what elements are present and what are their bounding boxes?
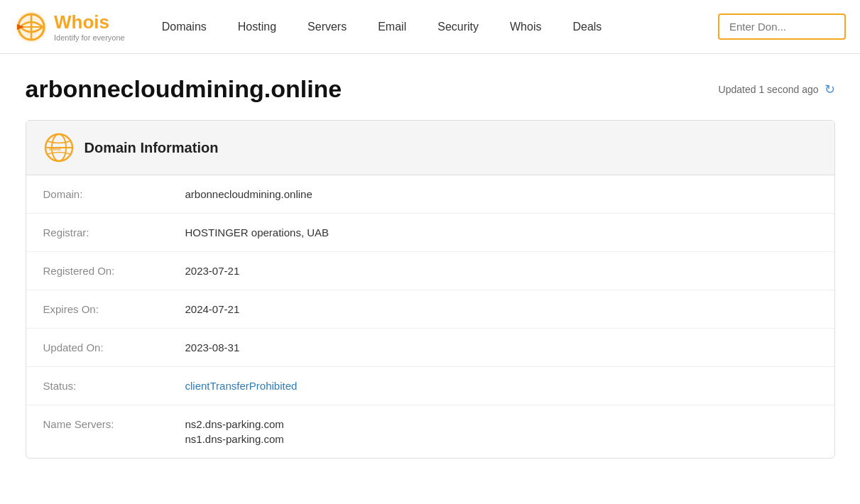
label-status: Status: bbox=[43, 380, 185, 392]
domain-info-card: www Domain Information Domain: arbonnecl… bbox=[26, 120, 835, 459]
label-registered-on: Registered On: bbox=[43, 265, 185, 277]
label-registrar: Registrar: bbox=[43, 226, 185, 239]
value-nameservers: ns2.dns-parking.com ns1.dns-parking.com bbox=[185, 418, 817, 445]
label-updated-on: Updated On: bbox=[43, 341, 185, 354]
nav-item-hosting[interactable]: Hosting bbox=[222, 0, 292, 54]
value-status[interactable]: clientTransferProhibited bbox=[185, 380, 817, 392]
main-nav: Domains Hosting Servers Email Security W… bbox=[146, 0, 718, 54]
header: Whois Identify for everyone Domains Host… bbox=[0, 0, 860, 54]
value-domain: arbonnecloudmining.online bbox=[185, 188, 817, 200]
www-icon: www bbox=[43, 132, 75, 163]
info-row-registrar: Registrar: HOSTINGER operations, UAB bbox=[26, 214, 834, 252]
info-row-domain: Domain: arbonnecloudmining.online bbox=[26, 175, 834, 214]
logo[interactable]: Whois Identify for everyone bbox=[14, 10, 125, 44]
card-title: Domain Information bbox=[85, 140, 219, 156]
value-registered-on: 2023-07-21 bbox=[185, 265, 817, 277]
nav-item-servers[interactable]: Servers bbox=[292, 0, 362, 54]
value-updated-on: 2023-08-31 bbox=[185, 341, 817, 354]
nav-item-security[interactable]: Security bbox=[422, 0, 494, 54]
info-row-nameservers: Name Servers: ns2.dns-parking.com ns1.dn… bbox=[26, 405, 834, 458]
nav-item-domains[interactable]: Domains bbox=[146, 0, 222, 54]
info-row-status: Status: clientTransferProhibited bbox=[26, 367, 834, 405]
updated-info: Updated 1 second ago ↻ bbox=[719, 82, 835, 97]
info-row-registered-on: Registered On: 2023-07-21 bbox=[26, 252, 834, 290]
value-registrar: HOSTINGER operations, UAB bbox=[185, 226, 817, 239]
value-expires-on: 2024-07-21 bbox=[185, 303, 817, 315]
ns1: ns2.dns-parking.com bbox=[185, 418, 817, 430]
logo-whois-label: Whois bbox=[54, 11, 125, 33]
domain-search-input[interactable] bbox=[718, 13, 846, 40]
logo-tagline-label: Identify for everyone bbox=[54, 33, 125, 42]
main-content: arbonnecloudmining.online Updated 1 seco… bbox=[11, 54, 849, 480]
info-row-updated-on: Updated On: 2023-08-31 bbox=[26, 329, 834, 367]
logo-icon bbox=[14, 10, 48, 44]
updated-text: Updated 1 second ago bbox=[719, 84, 819, 95]
refresh-icon[interactable]: ↻ bbox=[824, 82, 835, 97]
nav-item-whois[interactable]: Whois bbox=[494, 0, 557, 54]
info-row-expires-on: Expires On: 2024-07-21 bbox=[26, 290, 834, 329]
nav-item-deals[interactable]: Deals bbox=[557, 0, 617, 54]
label-expires-on: Expires On: bbox=[43, 303, 185, 315]
label-domain: Domain: bbox=[43, 188, 185, 200]
nav-item-email[interactable]: Email bbox=[362, 0, 422, 54]
domain-header: arbonnecloudmining.online Updated 1 seco… bbox=[26, 75, 835, 103]
label-nameservers: Name Servers: bbox=[43, 418, 185, 445]
svg-text:www: www bbox=[48, 146, 61, 151]
page-title: arbonnecloudmining.online bbox=[26, 75, 342, 103]
ns2: ns1.dns-parking.com bbox=[185, 433, 817, 445]
card-header: www Domain Information bbox=[26, 121, 834, 175]
logo-text: Whois Identify for everyone bbox=[54, 11, 125, 42]
